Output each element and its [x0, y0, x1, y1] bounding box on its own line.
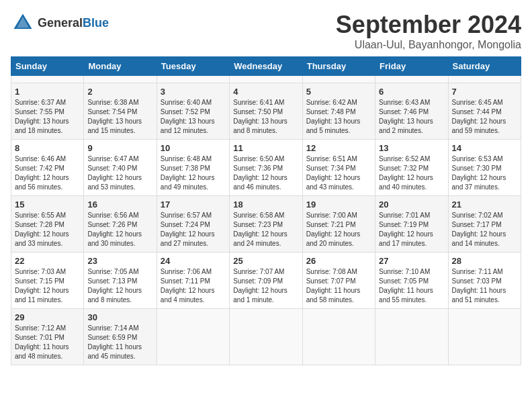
table-row: 23Sunrise: 7:05 AMSunset: 7:13 PMDayligh…	[84, 253, 157, 309]
calendar-week-row: 29Sunrise: 7:12 AMSunset: 7:01 PMDayligh…	[11, 309, 521, 365]
table-row: 7Sunrise: 6:45 AMSunset: 7:44 PMDaylight…	[448, 83, 521, 140]
day-number: 8	[15, 143, 80, 153]
day-number: 29	[15, 312, 80, 322]
table-row: 13Sunrise: 6:52 AMSunset: 7:32 PMDayligh…	[375, 140, 448, 196]
day-number: 4	[233, 87, 298, 97]
table-row: 25Sunrise: 7:07 AMSunset: 7:09 PMDayligh…	[230, 253, 302, 309]
table-row: 30Sunrise: 7:14 AMSunset: 6:59 PMDayligh…	[84, 309, 157, 365]
cell-details: Sunrise: 6:48 AMSunset: 7:38 PMDaylight:…	[161, 154, 226, 192]
month-year-title: September 2024	[336, 11, 521, 39]
table-row: 5Sunrise: 6:42 AMSunset: 7:48 PMDaylight…	[302, 83, 375, 140]
title-block: September 2024 Ulaan-Uul, Bayanhongor, M…	[336, 11, 521, 51]
day-number: 15	[15, 199, 80, 210]
cell-details: Sunrise: 6:58 AMSunset: 7:23 PMDaylight:…	[233, 211, 298, 248]
day-number: 30	[87, 312, 152, 322]
table-row	[84, 76, 157, 83]
cell-details: Sunrise: 6:46 AMSunset: 7:42 PMDaylight:…	[15, 154, 80, 192]
cell-details: Sunrise: 6:42 AMSunset: 7:48 PMDaylight:…	[306, 98, 371, 136]
cell-details: Sunrise: 7:14 AMSunset: 6:59 PMDaylight:…	[87, 324, 152, 361]
cell-details: Sunrise: 7:06 AMSunset: 7:11 PMDaylight:…	[161, 267, 226, 305]
table-row: 21Sunrise: 7:02 AMSunset: 7:17 PMDayligh…	[448, 196, 521, 253]
cell-details: Sunrise: 6:37 AMSunset: 7:55 PMDaylight:…	[15, 98, 80, 136]
header-saturday: Saturday	[448, 57, 521, 76]
cell-details: Sunrise: 6:56 AMSunset: 7:26 PMDaylight:…	[87, 211, 152, 248]
table-row: 3Sunrise: 6:40 AMSunset: 7:52 PMDaylight…	[157, 83, 229, 140]
day-number: 17	[161, 199, 226, 210]
header-monday: Monday	[84, 57, 157, 76]
day-number: 1	[15, 87, 80, 97]
day-number: 28	[452, 256, 517, 266]
day-number: 6	[379, 87, 444, 97]
cell-details: Sunrise: 7:05 AMSunset: 7:13 PMDaylight:…	[87, 267, 152, 305]
cell-details: Sunrise: 6:55 AMSunset: 7:28 PMDaylight:…	[15, 211, 80, 248]
table-row	[157, 76, 229, 83]
day-number: 27	[379, 256, 444, 266]
day-number: 7	[452, 87, 517, 97]
cell-details: Sunrise: 6:57 AMSunset: 7:24 PMDaylight:…	[161, 211, 226, 248]
logo-blue-text: Blue	[83, 16, 109, 30]
table-row	[448, 309, 521, 365]
logo-general-text: General	[38, 16, 83, 30]
table-row	[302, 76, 375, 83]
day-number: 23	[87, 256, 152, 266]
calendar-week-row: 8Sunrise: 6:46 AMSunset: 7:42 PMDaylight…	[11, 140, 521, 196]
logo-icon	[11, 11, 35, 35]
table-row: 12Sunrise: 6:51 AMSunset: 7:34 PMDayligh…	[302, 140, 375, 196]
table-row	[11, 76, 84, 83]
table-row: 22Sunrise: 7:03 AMSunset: 7:15 PMDayligh…	[11, 253, 84, 309]
table-row	[448, 76, 521, 83]
cell-details: Sunrise: 7:11 AMSunset: 7:03 PMDaylight:…	[452, 267, 517, 305]
day-number: 5	[306, 87, 371, 97]
table-row: 26Sunrise: 7:08 AMSunset: 7:07 PMDayligh…	[302, 253, 375, 309]
day-number: 18	[233, 199, 298, 210]
calendar-header-row: Sunday Monday Tuesday Wednesday Thursday…	[11, 57, 521, 76]
table-row: 4Sunrise: 6:41 AMSunset: 7:50 PMDaylight…	[230, 83, 302, 140]
cell-details: Sunrise: 6:52 AMSunset: 7:32 PMDaylight:…	[379, 154, 444, 192]
day-number: 24	[161, 256, 226, 266]
calendar-week-row: 15Sunrise: 6:55 AMSunset: 7:28 PMDayligh…	[11, 196, 521, 253]
cell-details: Sunrise: 7:01 AMSunset: 7:19 PMDaylight:…	[379, 211, 444, 248]
table-row	[375, 76, 448, 83]
cell-details: Sunrise: 7:10 AMSunset: 7:05 PMDaylight:…	[379, 267, 444, 305]
table-row	[230, 309, 302, 365]
cell-details: Sunrise: 7:02 AMSunset: 7:17 PMDaylight:…	[452, 211, 517, 248]
table-row: 9Sunrise: 6:47 AMSunset: 7:40 PMDaylight…	[84, 140, 157, 196]
table-row: 6Sunrise: 6:43 AMSunset: 7:46 PMDaylight…	[375, 83, 448, 140]
location-subtitle: Ulaan-Uul, Bayanhongor, Mongolia	[336, 39, 521, 51]
day-number: 10	[161, 143, 226, 153]
header-friday: Friday	[375, 57, 448, 76]
table-row: 2Sunrise: 6:38 AMSunset: 7:54 PMDaylight…	[84, 83, 157, 140]
cell-details: Sunrise: 6:45 AMSunset: 7:44 PMDaylight:…	[452, 98, 517, 136]
cell-details: Sunrise: 7:00 AMSunset: 7:21 PMDaylight:…	[306, 211, 371, 248]
day-number: 12	[306, 143, 371, 153]
table-row	[157, 309, 229, 365]
table-row: 28Sunrise: 7:11 AMSunset: 7:03 PMDayligh…	[448, 253, 521, 309]
table-row: 8Sunrise: 6:46 AMSunset: 7:42 PMDaylight…	[11, 140, 84, 196]
header-tuesday: Tuesday	[157, 57, 229, 76]
cell-details: Sunrise: 6:43 AMSunset: 7:46 PMDaylight:…	[379, 98, 444, 136]
header-wednesday: Wednesday	[230, 57, 302, 76]
cell-details: Sunrise: 7:03 AMSunset: 7:15 PMDaylight:…	[15, 267, 80, 305]
table-row: 16Sunrise: 6:56 AMSunset: 7:26 PMDayligh…	[84, 196, 157, 253]
cell-details: Sunrise: 6:51 AMSunset: 7:34 PMDaylight:…	[306, 154, 371, 192]
table-row	[375, 309, 448, 365]
cell-details: Sunrise: 6:41 AMSunset: 7:50 PMDaylight:…	[233, 98, 298, 136]
day-number: 16	[87, 199, 152, 210]
table-row: 19Sunrise: 7:00 AMSunset: 7:21 PMDayligh…	[302, 196, 375, 253]
calendar-week-row	[11, 76, 521, 83]
logo: GeneralBlue	[11, 11, 109, 35]
header-sunday: Sunday	[11, 57, 84, 76]
table-row: 14Sunrise: 6:53 AMSunset: 7:30 PMDayligh…	[448, 140, 521, 196]
cell-details: Sunrise: 6:53 AMSunset: 7:30 PMDaylight:…	[452, 154, 517, 192]
day-number: 25	[233, 256, 298, 266]
day-number: 22	[15, 256, 80, 266]
cell-details: Sunrise: 6:50 AMSunset: 7:36 PMDaylight:…	[233, 154, 298, 192]
table-row: 24Sunrise: 7:06 AMSunset: 7:11 PMDayligh…	[157, 253, 229, 309]
day-number: 13	[379, 143, 444, 153]
day-number: 20	[379, 199, 444, 210]
day-number: 21	[452, 199, 517, 210]
header-thursday: Thursday	[302, 57, 375, 76]
day-number: 3	[161, 87, 226, 97]
table-row	[302, 309, 375, 365]
table-row: 11Sunrise: 6:50 AMSunset: 7:36 PMDayligh…	[230, 140, 302, 196]
